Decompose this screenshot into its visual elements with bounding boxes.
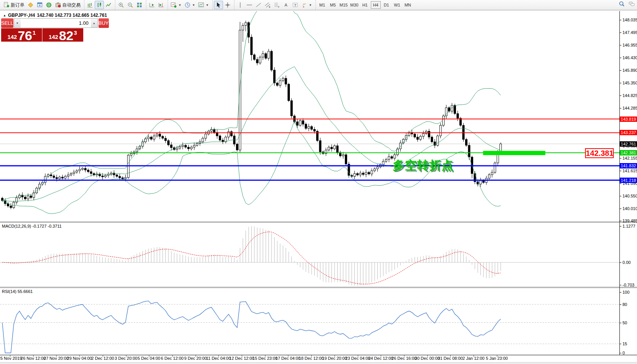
buy-price-pips: 82 [59, 30, 73, 41]
price-badge-142.381: 142.381 [620, 150, 637, 155]
zoom-in-icon [118, 2, 124, 8]
text-tool-button[interactable]: A [281, 1, 291, 9]
rsi-axis-label: 15 [622, 341, 637, 346]
highlight-zone[interactable] [483, 151, 545, 155]
volume-decrease-button[interactable]: ▼ [14, 19, 21, 28]
macd-axis-label: -0.703 [622, 282, 637, 288]
ohlc-values: 142.740 142.773 142.665 142.761 [37, 13, 107, 18]
search-icon[interactable] [619, 1, 625, 7]
tab-timeframe-h4[interactable]: H4 [371, 1, 381, 9]
price-axis-label: 147.495 [622, 30, 637, 35]
zoom-in-button[interactable] [116, 1, 126, 9]
sell-button[interactable]: SELL [1, 18, 13, 28]
macd-axis-label: 1.1277 [622, 223, 637, 229]
line-chart-button[interactable] [104, 1, 113, 9]
new-chart-icon [171, 2, 177, 8]
price-badge-141.218: 141.218 [620, 178, 637, 183]
price-badge-143.819: 143.819 [620, 116, 637, 122]
auto-scroll-button[interactable] [147, 1, 157, 9]
tab-timeframe-m1[interactable]: M1 [317, 1, 327, 9]
fibonacci-tool-button[interactable]: F [272, 1, 281, 9]
template-icon [198, 2, 204, 8]
price-axis-label: 146.430 [622, 55, 637, 60]
tab-timeframe-m5[interactable]: M5 [328, 1, 338, 9]
vertical-line-tool-button[interactable] [236, 1, 245, 9]
market-watch-button[interactable] [35, 1, 44, 9]
buy-price[interactable]: 142 82 3 [42, 28, 83, 42]
volume-increase-button[interactable]: ▲ [91, 19, 97, 28]
chat-icon[interactable] [629, 1, 635, 7]
vertical-line-icon [237, 2, 243, 8]
buy-price-point: 3 [74, 29, 77, 36]
tab-timeframe-w1[interactable]: W1 [392, 1, 402, 9]
rsi-axis-label: 100 [622, 290, 637, 295]
trendline-tool-button[interactable] [254, 1, 263, 9]
tile-windows-button[interactable] [135, 1, 144, 9]
macd-panel-canvas[interactable] [0, 223, 619, 287]
period-button[interactable]: ▼ [183, 1, 197, 9]
status-strip [0, 362, 637, 364]
price-axis-label: 144.825 [622, 93, 637, 98]
window-marker-icon: ▲ [3, 14, 6, 17]
crosshair-button[interactable] [223, 1, 232, 9]
template-button[interactable]: ▼ [197, 1, 210, 9]
rsi-axis-label: 0 [622, 350, 637, 356]
buy-price-base: 142 [49, 34, 58, 40]
horizontal-line-tool-button[interactable] [245, 1, 254, 9]
new-chart-button[interactable]: ▼ [169, 1, 183, 9]
tab-timeframe-mn[interactable]: MN [403, 1, 413, 9]
tab-timeframe-h1[interactable]: H1 [360, 1, 370, 9]
new-order-button[interactable]: 新订单 [2, 1, 26, 9]
price-axis-label: 142.155 [622, 155, 637, 161]
buy-button[interactable]: BUY [99, 18, 109, 28]
chart-shift-button[interactable] [157, 1, 166, 9]
new-order-label: 新订单 [11, 2, 24, 8]
auto-scroll-icon [149, 2, 155, 8]
rsi-line [2, 301, 501, 353]
fibonacci-icon: F [274, 2, 280, 8]
zoom-out-button[interactable] [126, 1, 135, 9]
equidistant-channel-icon: E [265, 2, 271, 8]
price-axis-label: 141.615 [622, 168, 637, 173]
symbol-period-label: GBPJPY-,H4 [8, 13, 35, 18]
autotrade-icon [55, 2, 61, 8]
navigator-button[interactable] [44, 1, 53, 9]
autotrade-button[interactable]: 自动交易 [53, 1, 82, 9]
sell-price-base: 142 [7, 34, 17, 40]
rsi-panel-canvas[interactable] [0, 288, 619, 355]
chevron-down-icon: ▼ [178, 3, 181, 7]
chart-profiles-icon [27, 2, 34, 8]
tab-timeframe-m30[interactable]: M30 [349, 1, 359, 9]
volume-input[interactable] [21, 19, 91, 28]
sell-price[interactable]: 142 76 1 [1, 28, 42, 42]
market-watch-icon [37, 2, 43, 8]
macd-label: MACD(12,26,9) -0.1727 -0.3711 [2, 224, 61, 228]
chevron-down-icon: ▼ [309, 3, 312, 7]
horizontal-line-icon [246, 2, 252, 8]
channel-tool-button[interactable]: E [263, 1, 272, 9]
bar-chart-button[interactable] [86, 1, 95, 9]
price-axis-label: 140.010 [622, 206, 637, 211]
chart-profiles-button[interactable] [26, 1, 35, 9]
arrows-tool-button[interactable]: ▼ [300, 1, 314, 9]
svg-text:A: A [285, 3, 288, 7]
autotrade-label: 自动交易 [62, 2, 81, 8]
text-label-tool-button[interactable]: T [291, 1, 300, 9]
trendline-icon [255, 2, 262, 8]
tile-windows-icon [136, 2, 142, 8]
price-chart-canvas[interactable] [0, 11, 619, 222]
candlestick-chart-button[interactable] [95, 1, 104, 9]
tab-timeframe-m15[interactable]: M15 [339, 1, 349, 9]
candles [2, 21, 502, 209]
time-axis-border [0, 355, 637, 355]
turning-point-annotation[interactable]: 多空转折点 [393, 157, 454, 173]
sell-price-point: 1 [32, 29, 36, 36]
sell-price-pips: 76 [18, 30, 32, 41]
one-click-trading-panel: SELL ▼ ▲ BUY 142 76 1 142 82 3 [1, 18, 83, 42]
price-callout-142381[interactable]: 142.381 [585, 148, 614, 158]
chevron-down-icon: ▼ [192, 3, 195, 7]
tab-timeframe-d1[interactable]: D1 [382, 1, 391, 9]
svg-text:T: T [294, 3, 296, 7]
chart-title: ▲ GBPJPY-,H4 142.740 142.773 142.665 142… [3, 13, 107, 18]
cursor-button[interactable] [214, 1, 223, 9]
